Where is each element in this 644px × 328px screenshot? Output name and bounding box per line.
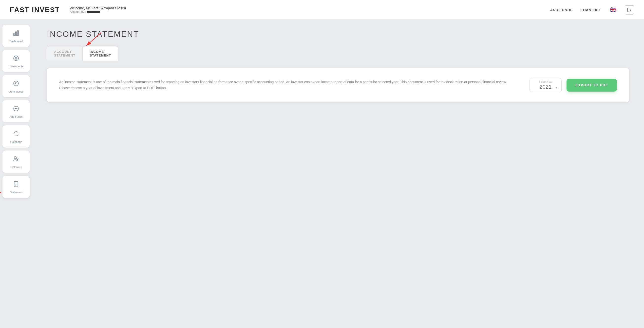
sidebar-item-referrals[interactable]: Referrals bbox=[2, 150, 30, 173]
content-card: An income statement is one of the main f… bbox=[47, 68, 629, 102]
statement-icon bbox=[13, 181, 19, 189]
tabs-row: ACCOUNTSTATEMENT INCOMESTATEMENT bbox=[47, 46, 629, 61]
card-actions: Select Year 2021 ⌄ EXPORT TO PDF bbox=[530, 78, 617, 92]
sidebar-arrow-annotation bbox=[0, 183, 5, 196]
year-select-value: 2021 bbox=[540, 84, 552, 90]
investments-icon bbox=[13, 55, 19, 63]
sidebar-label-statement: Statement bbox=[10, 191, 22, 194]
page-title: INCOME STATEMENT bbox=[47, 30, 629, 39]
sidebar: Dashboard Investments € Auto Invest Add … bbox=[0, 20, 32, 328]
year-select-label: Select Year bbox=[539, 80, 552, 83]
header-right: ADD FUNDS LOAN LIST 🇬🇧 bbox=[550, 5, 634, 14]
header-user: Welcome, Mr. Lars Skovgard Olesen Accoun… bbox=[70, 6, 126, 14]
language-flag[interactable]: 🇬🇧 bbox=[609, 6, 617, 14]
sidebar-item-investments[interactable]: Investments bbox=[2, 50, 30, 72]
svg-point-13 bbox=[14, 156, 16, 159]
sidebar-label-addfunds: Add Funds bbox=[10, 115, 22, 118]
svg-rect-1 bbox=[14, 33, 14, 36]
bar-chart-icon bbox=[13, 30, 19, 38]
svg-text:€: € bbox=[15, 82, 17, 85]
sidebar-item-exchange[interactable]: Exchange bbox=[2, 126, 30, 148]
export-to-pdf-button[interactable]: EXPORT TO PDF bbox=[566, 79, 617, 92]
svg-point-14 bbox=[16, 158, 18, 160]
year-select[interactable]: Select Year 2021 ⌄ bbox=[530, 78, 562, 92]
sidebar-item-autoinvest[interactable]: € Auto Invest bbox=[2, 75, 30, 97]
main-content: INCOME STATEMENT ACCOUNTSTATEMENT INCOME… bbox=[32, 20, 644, 328]
tab-account-statement[interactable]: ACCOUNTSTATEMENT bbox=[47, 46, 83, 61]
header: FAST INVEST Welcome, Mr. Lars Skovgard O… bbox=[0, 0, 644, 20]
sidebar-item-statement[interactable]: Statement bbox=[2, 176, 30, 198]
sidebar-label-exchange: Exchange bbox=[10, 140, 22, 144]
welcome-text: Welcome, Mr. Lars Skovgard Olesen bbox=[70, 6, 126, 10]
tabs-annotation-container: ACCOUNTSTATEMENT INCOMESTATEMENT bbox=[47, 46, 629, 61]
sidebar-item-dashboard[interactable]: Dashboard bbox=[2, 25, 30, 47]
chevron-down-icon: ⌄ bbox=[555, 85, 558, 88]
layout: Dashboard Investments € Auto Invest Add … bbox=[0, 20, 644, 328]
sidebar-label-referrals: Referrals bbox=[10, 166, 22, 168]
sidebar-item-addfunds[interactable]: Add Funds bbox=[2, 100, 30, 122]
autoinvest-icon: € bbox=[13, 80, 19, 88]
exchange-icon bbox=[13, 130, 19, 138]
card-description: An income statement is one of the main f… bbox=[59, 79, 515, 91]
add-funds-nav[interactable]: ADD FUNDS bbox=[550, 8, 573, 12]
sidebar-label-investments: Investments bbox=[9, 65, 23, 68]
account-id-mask bbox=[87, 10, 100, 13]
account-id: Account ID : bbox=[70, 10, 126, 14]
sidebar-label-autoinvest: Auto Invest bbox=[9, 90, 23, 93]
sidebar-label-dashboard: Dashboard bbox=[10, 40, 23, 43]
logo: FAST INVEST bbox=[10, 6, 60, 14]
addfunds-icon bbox=[13, 106, 19, 113]
tab-income-statement[interactable]: INCOMESTATEMENT bbox=[83, 46, 118, 61]
svg-rect-3 bbox=[17, 30, 18, 36]
loan-list-nav[interactable]: LOAN LIST bbox=[580, 8, 601, 12]
logout-button[interactable] bbox=[625, 5, 634, 14]
referrals-icon bbox=[13, 156, 19, 164]
svg-rect-2 bbox=[16, 32, 16, 36]
